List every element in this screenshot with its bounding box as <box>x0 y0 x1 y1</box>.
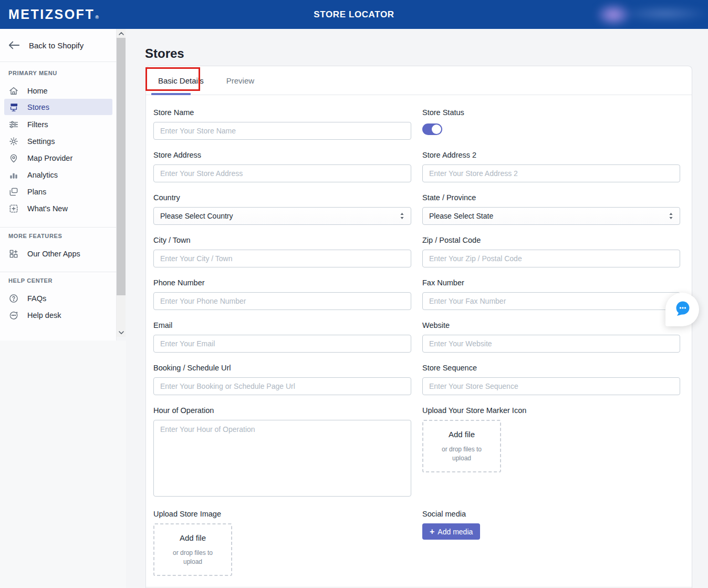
sidebar-item-our-other-apps[interactable]: Our Other Apps <box>0 245 117 262</box>
sidebar-item-label: What's New <box>27 204 68 213</box>
filters-icon <box>8 119 19 130</box>
sidebar-item-settings[interactable]: Settings <box>0 133 117 149</box>
store-status-label: Store Status <box>422 107 680 118</box>
field-image-upload: Upload Store Image Add file or drop file… <box>153 509 411 576</box>
sidebar-item-filters[interactable]: Filters <box>0 116 117 132</box>
sidebar-item-label: Our Other Apps <box>27 250 80 258</box>
image-upload-dropzone[interactable]: Add file or drop files to upload <box>153 523 232 576</box>
store-status-toggle[interactable] <box>422 123 442 135</box>
sidebar-item-label: Plans <box>27 188 46 196</box>
apps-grid-icon <box>8 249 19 259</box>
state-selected-value: Please Select State <box>429 212 493 220</box>
chat-icon <box>672 300 692 319</box>
field-email: Email <box>153 320 411 353</box>
sidebar-item-label: Map Provider <box>27 154 72 162</box>
country-label: Country <box>153 192 411 203</box>
fax-input[interactable] <box>422 292 680 310</box>
add-file-button[interactable]: Add file <box>449 430 475 439</box>
map-pin-icon <box>8 153 19 163</box>
back-label: Back to Shopify <box>29 41 84 50</box>
website-label: Website <box>422 320 680 331</box>
website-input[interactable] <box>422 335 680 353</box>
store-name-input[interactable] <box>153 122 411 140</box>
page-title: Stores <box>145 46 184 61</box>
email-input[interactable] <box>153 335 411 353</box>
main-content: Stores Basic Details Preview Store Name … <box>126 29 708 588</box>
zip-input[interactable] <box>422 250 680 267</box>
country-select[interactable]: Please Select Country <box>153 207 411 225</box>
zip-label: Zip / Postal Code <box>422 235 680 245</box>
store-form-card: Basic Details Preview Store Name Store S… <box>145 66 692 588</box>
scroll-down-button[interactable] <box>117 328 126 337</box>
sidebar-item-whats-new[interactable]: What's New <box>0 200 117 216</box>
city-input[interactable] <box>153 250 411 267</box>
sidebar-item-analytics[interactable]: Analytics <box>0 167 117 183</box>
field-booking-url: Booking / Schedule Url <box>153 363 411 395</box>
sidebar-item-plans[interactable]: Plans <box>0 183 117 200</box>
field-state: State / Province Please Select State <box>422 192 680 225</box>
marker-upload-label: Upload Your Store Marker Icon <box>422 405 680 416</box>
email-label: Email <box>153 320 411 331</box>
store-sequence-label: Store Sequence <box>422 363 680 373</box>
sidebar-divider <box>0 272 117 272</box>
field-website: Website <box>422 320 680 353</box>
store-address2-label: Store Address 2 <box>422 150 680 160</box>
sidebar-item-label: Help desk <box>27 311 61 319</box>
store-address-label: Store Address <box>153 150 411 160</box>
sidebar-item-label: Filters <box>27 120 48 129</box>
sidebar-item-help-desk[interactable]: Help desk <box>0 307 117 323</box>
sidebar-scrollbar[interactable] <box>117 29 126 337</box>
whats-new-icon <box>8 203 19 214</box>
chat-launcher[interactable] <box>665 293 699 326</box>
field-zip: Zip / Postal Code <box>422 235 680 267</box>
primary-menu-heading: PRIMARY MENU <box>8 70 57 76</box>
gear-icon <box>8 136 19 147</box>
booking-url-input[interactable] <box>153 377 411 395</box>
add-media-button[interactable]: + Add media <box>422 523 480 540</box>
back-to-shopify-link[interactable]: Back to Shopify <box>0 29 117 62</box>
active-tab-underline <box>151 93 191 95</box>
field-social-media: Social media + Add media <box>422 509 680 576</box>
home-icon <box>8 86 19 96</box>
section-divider <box>146 587 692 587</box>
store-name-label: Store Name <box>153 107 411 118</box>
phone-input[interactable] <box>153 292 411 310</box>
select-stepper-icon <box>400 212 404 220</box>
store-form: Store Name Store Status Store Address St… <box>146 95 692 576</box>
city-label: City / Town <box>153 235 411 245</box>
add-media-label: Add media <box>438 528 473 536</box>
store-address-input[interactable] <box>153 164 411 182</box>
field-phone: Phone Number <box>153 277 411 310</box>
drop-hint: or drop files to upload <box>169 549 217 565</box>
field-store-address: Store Address <box>153 150 411 182</box>
sidebar: Back to Shopify PRIMARY MENU Home Stores… <box>0 29 117 341</box>
chevron-up-icon <box>119 32 124 35</box>
field-hour-of-operation: Hour of Operation <box>153 405 411 499</box>
add-file-button[interactable]: Add file <box>180 533 206 542</box>
select-stepper-icon <box>669 212 673 220</box>
plans-icon <box>8 187 19 197</box>
marker-upload-dropzone[interactable]: Add file or drop files to upload <box>422 420 501 472</box>
sidebar-item-map-provider[interactable]: Map Provider <box>0 150 117 166</box>
sidebar-item-stores[interactable]: Stores <box>4 99 112 115</box>
state-select[interactable]: Please Select State <box>422 207 680 225</box>
store-address2-input[interactable] <box>422 164 680 182</box>
tab-label: Basic Details <box>158 76 204 85</box>
tab-basic-details[interactable]: Basic Details <box>153 66 209 95</box>
scrollbar-thumb[interactable] <box>117 38 126 295</box>
hours-textarea[interactable] <box>153 420 411 497</box>
fax-label: Fax Number <box>422 277 680 288</box>
field-store-sequence: Store Sequence <box>422 363 680 395</box>
sidebar-divider <box>0 227 117 228</box>
sidebar-item-label: Analytics <box>27 171 58 179</box>
social-media-label: Social media <box>422 509 680 519</box>
scroll-up-button[interactable] <box>117 29 126 38</box>
booking-url-label: Booking / Schedule Url <box>153 363 411 373</box>
store-sequence-input[interactable] <box>422 377 680 395</box>
field-store-status: Store Status <box>422 107 680 140</box>
state-label: State / Province <box>422 192 680 203</box>
tab-preview[interactable]: Preview <box>226 66 254 95</box>
field-store-name: Store Name <box>153 107 411 140</box>
sidebar-item-faqs[interactable]: FAQs <box>0 290 117 306</box>
sidebar-item-home[interactable]: Home <box>0 82 117 99</box>
